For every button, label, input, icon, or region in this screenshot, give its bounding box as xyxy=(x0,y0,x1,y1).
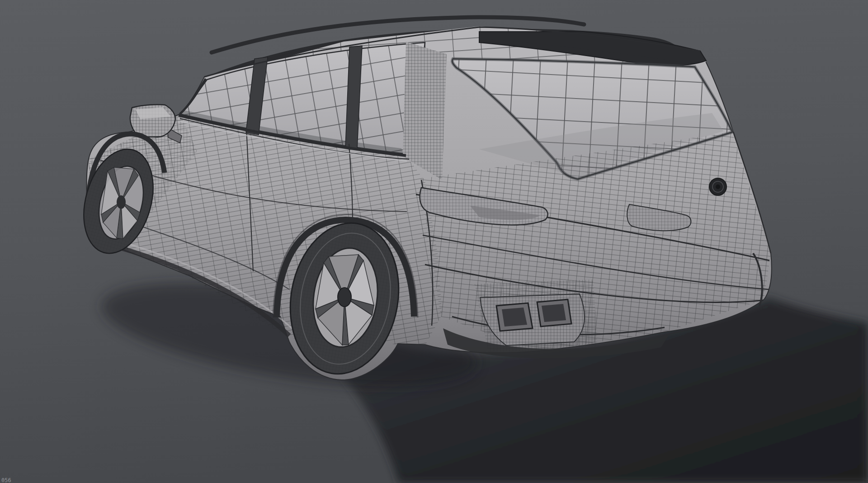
viewport: 056 xyxy=(0,0,868,483)
rear-hub xyxy=(338,288,351,307)
rear-diffuser xyxy=(475,279,601,352)
viewport-canvas[interactable]: 056 xyxy=(0,0,868,483)
tailgate-emblem xyxy=(709,178,726,195)
front-hub xyxy=(117,195,126,209)
frame-counter: 056 xyxy=(1,477,11,483)
